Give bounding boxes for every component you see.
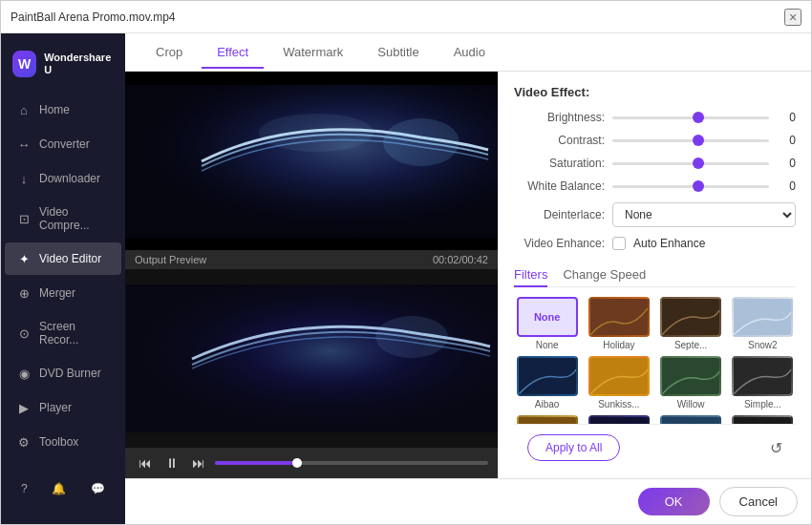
- apply-to-all-button[interactable]: Apply to All: [527, 434, 620, 461]
- filter-retro[interactable]: Retro: [514, 415, 580, 424]
- filter-bwno[interactable]: BW No...: [730, 415, 796, 424]
- progress-fill: [215, 461, 297, 465]
- deinterlace-row: Deinterlace: None Blend Bob Discard: [514, 202, 796, 227]
- sidebar-item-dvd-burner[interactable]: ◉ DVD Burner: [5, 357, 121, 389]
- sidebar: W Wondershare U ⌂ Home ↔ Converter ↓ Dow…: [1, 33, 125, 524]
- filter-glow[interactable]: Glow: [586, 415, 652, 424]
- dvd-burner-icon: ◉: [16, 366, 32, 381]
- filter-aibao[interactable]: Aibao: [514, 356, 580, 410]
- tab-audio[interactable]: Audio: [438, 37, 501, 69]
- brightness-row: Brightness: 0: [514, 111, 796, 124]
- svg-rect-15: [590, 417, 648, 424]
- ok-button[interactable]: OK: [638, 488, 710, 515]
- filter-snow2-label: Snow2: [748, 340, 778, 350]
- brightness-slider[interactable]: [612, 116, 769, 119]
- sidebar-feedback-button[interactable]: 💬: [85, 476, 111, 501]
- progress-bar[interactable]: [215, 461, 488, 465]
- video-enhance-label: Video Enhance:: [514, 237, 605, 250]
- filter-tabs: Filters Change Speed: [514, 263, 796, 287]
- svg-rect-12: [662, 358, 719, 394]
- converter-icon: ↔: [16, 136, 32, 152]
- saturation-slider[interactable]: [612, 162, 769, 165]
- brightness-value: 0: [777, 111, 796, 124]
- sidebar-item-player[interactable]: ▶ Player: [5, 391, 121, 424]
- sidebar-item-downloader[interactable]: ↓ Downloader: [5, 162, 121, 195]
- filter-aibao-label: Aibao: [535, 399, 560, 410]
- filter-september-label: Septe...: [674, 340, 707, 350]
- filter-holiday[interactable]: Holiday: [586, 297, 652, 350]
- tab-watermark[interactable]: Watermark: [267, 37, 358, 69]
- help-icon: ?: [21, 482, 28, 495]
- title-bar-filename: PaintBall Arena Promo.mov.mp4: [11, 10, 176, 24]
- filter-september[interactable]: Septe...: [658, 297, 724, 350]
- tab-crop[interactable]: Crop: [140, 37, 198, 69]
- filter-willow-thumb: [660, 356, 721, 396]
- sidebar-item-video-editor[interactable]: ✦ Video Editor: [5, 242, 121, 275]
- filter-simple[interactable]: Simple...: [730, 356, 796, 410]
- filter-simple-thumb: [732, 356, 793, 396]
- content-area: Crop Effect Watermark Subtitle Audio: [125, 33, 811, 524]
- filter-tab-filters[interactable]: Filters: [514, 263, 547, 287]
- sidebar-item-label: Home: [39, 103, 70, 116]
- white-balance-thumb: [693, 180, 704, 192]
- filter-none-label: None: [536, 340, 559, 350]
- contrast-slider[interactable]: [612, 139, 769, 142]
- tab-bar: Crop Effect Watermark Subtitle Audio: [125, 33, 811, 72]
- filter-snow2[interactable]: Snow2: [730, 297, 796, 350]
- deinterlace-select[interactable]: None Blend Bob Discard: [612, 202, 796, 227]
- screen-recorder-icon: ⊙: [16, 326, 32, 341]
- video-divider-bar: Output Preview 00:02/00:42: [125, 250, 498, 269]
- filter-holiday-thumb: [588, 297, 650, 337]
- filter-sunkissed-label: Sunkiss...: [598, 399, 639, 410]
- sidebar-help-button[interactable]: ?: [15, 476, 33, 501]
- tab-subtitle[interactable]: Subtitle: [362, 37, 434, 69]
- sidebar-item-label: Screen Recor...: [39, 320, 110, 346]
- filter-willow[interactable]: Willow: [658, 356, 724, 410]
- cancel-button[interactable]: Cancel: [719, 487, 798, 516]
- white-balance-slider[interactable]: [612, 185, 769, 188]
- tab-effect[interactable]: Effect: [202, 37, 264, 69]
- contrast-value: 0: [777, 134, 796, 147]
- filter-holiday-label: Holiday: [603, 340, 634, 350]
- time-label: 00:02/00:42: [433, 254, 488, 265]
- svg-rect-14: [519, 417, 576, 424]
- sidebar-notifications-button[interactable]: 🔔: [46, 476, 72, 501]
- sidebar-item-video-compressor[interactable]: ⊡ Video Compre...: [5, 197, 121, 241]
- right-panel: Video Effect: Brightness: 0 Contrast:: [498, 72, 811, 478]
- filter-none[interactable]: None None: [514, 297, 580, 350]
- filter-action-bar: Apply to All ↺: [514, 424, 796, 465]
- sidebar-item-screen-recorder[interactable]: ⊙ Screen Recor...: [5, 311, 121, 355]
- sidebar-item-toolbox[interactable]: ⚙ Toolbox: [5, 426, 121, 458]
- close-button[interactable]: ×: [784, 9, 801, 26]
- play-pause-button[interactable]: ⏸: [161, 453, 182, 472]
- auto-enhance-text: Auto Enhance: [633, 237, 705, 250]
- output-label: Output Preview: [135, 254, 206, 265]
- sidebar-item-label: Video Editor: [39, 252, 101, 265]
- fast-forward-button[interactable]: ⏭: [188, 453, 209, 472]
- merger-icon: ⊕: [16, 285, 32, 301]
- home-icon: ⌂: [16, 102, 32, 117]
- svg-point-2: [383, 118, 459, 166]
- contrast-label: Contrast:: [514, 134, 605, 147]
- filter-none-inner-label: None: [534, 311, 561, 323]
- filter-sunkissed[interactable]: Sunkiss...: [586, 356, 652, 410]
- filter-tab-speed[interactable]: Change Speed: [563, 263, 646, 287]
- auto-enhance-checkbox[interactable]: [612, 237, 626, 250]
- notifications-icon: 🔔: [52, 482, 66, 495]
- downloader-icon: ↓: [16, 171, 32, 186]
- sidebar-item-converter[interactable]: ↔ Converter: [5, 128, 121, 160]
- editor-body: Output Preview 00:02/00:42: [125, 72, 811, 478]
- svg-point-3: [259, 114, 374, 152]
- feedback-icon: 💬: [91, 482, 105, 495]
- video-effect-title: Video Effect:: [514, 85, 796, 99]
- sidebar-logo: W Wondershare U: [1, 43, 125, 93]
- video-preview-bottom: [125, 269, 498, 448]
- sidebar-item-merger[interactable]: ⊕ Merger: [5, 277, 121, 309]
- sidebar-item-home[interactable]: ⌂ Home: [5, 94, 121, 126]
- filter-raindrop[interactable]: RainDr...: [658, 415, 724, 424]
- sidebar-bottom: ? 🔔 💬: [1, 463, 125, 514]
- rewind-button[interactable]: ⏮: [135, 453, 156, 472]
- reset-filter-button[interactable]: ↺: [770, 439, 782, 457]
- video-preview-top: [125, 72, 498, 250]
- filter-willow-label: Willow: [677, 399, 705, 410]
